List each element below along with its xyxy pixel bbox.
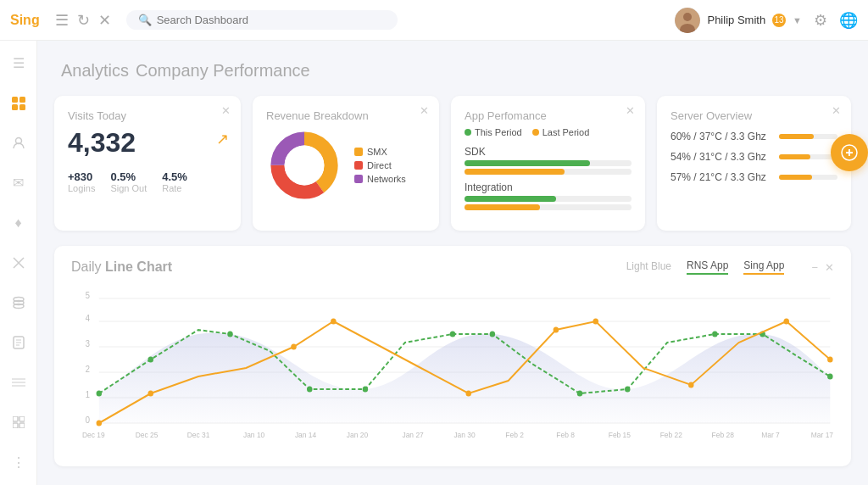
svg-point-59 [331, 319, 337, 325]
svg-text:4: 4 [86, 314, 91, 323]
sidebar-item-send[interactable]: ✉ [5, 170, 32, 195]
stat-signout-label: Sign Out [110, 183, 147, 193]
content-area: AnalyticsCompany Performance Visits Toda… [37, 41, 868, 485]
cards-row: Visits Today ✕ 4,332 ↗ +830 Logins 0.5% … [54, 96, 851, 231]
legend-networks: Networks [354, 174, 406, 184]
search-input[interactable] [157, 14, 386, 26]
ap-leg-last: Last Period [532, 127, 590, 137]
svg-point-58 [291, 344, 297, 350]
svg-point-50 [490, 332, 496, 337]
topbar: Sing ☰ ↻ ✕ 🔍 Philip Smith 13 ▼ ⚙ 🌐 [0, 0, 868, 41]
server-row-2: 57% / 21°C / 3.3 Ghz [670, 171, 837, 183]
bar-integration: Integration [465, 181, 632, 210]
svg-point-49 [450, 332, 456, 337]
svg-rect-21 [19, 416, 25, 421]
sidebar-item-diamond[interactable]: ♦ [5, 210, 32, 235]
svg-text:2: 2 [86, 365, 90, 374]
svg-rect-5 [12, 104, 18, 110]
chart-header: Daily Line Chart Light Blue RNS App Sing… [71, 259, 834, 275]
server-label-2: 57% / 21°C / 3.3 Ghz [670, 171, 772, 183]
stat-rate: 4.5% Rate [162, 170, 187, 193]
server-bar-fill-0 [779, 134, 814, 139]
svg-text:Feb 8: Feb 8 [556, 431, 575, 439]
svg-text:Feb 22: Feb 22 [660, 431, 682, 439]
chart-title: Daily Line Chart [71, 259, 172, 275]
svg-text:Dec 19: Dec 19 [82, 431, 105, 439]
svg-point-60 [465, 391, 471, 397]
server-bar-track-1 [779, 154, 837, 159]
svg-text:Feb 28: Feb 28 [712, 431, 734, 439]
sidebar-item-chart[interactable] [5, 371, 32, 395]
svg-point-62 [593, 319, 598, 325]
sidebar-item-dashboard[interactable] [5, 91, 32, 115]
sidebar: ☰ ✉ ♦ ⋮ [0, 41, 37, 485]
page-title: AnalyticsCompany Performance [54, 56, 851, 82]
close-icon[interactable]: ✕ [98, 11, 111, 30]
server-bar-fill-1 [779, 154, 810, 159]
sidebar-item-grid[interactable] [5, 410, 32, 435]
svg-text:5: 5 [86, 291, 90, 300]
svg-point-48 [363, 387, 369, 393]
sidebar-item-users[interactable] [5, 131, 32, 155]
svg-text:Dec 25: Dec 25 [136, 431, 159, 439]
svg-text:Jan 10: Jan 10 [243, 431, 264, 439]
revenue-title: Revenue Breakdown [266, 109, 426, 122]
svg-point-63 [688, 382, 694, 388]
svg-text:Jan 30: Jan 30 [453, 431, 475, 439]
app-perf-legend: This Period Last Period [465, 127, 632, 137]
svg-text:Dec 31: Dec 31 [187, 431, 210, 439]
revenue-inner: SMX Direct Networks [266, 127, 426, 203]
chart-close-icon[interactable]: ✕ [825, 261, 834, 274]
chart-minimize-icon[interactable]: − [811, 261, 818, 274]
sidebar-item-menu[interactable]: ☰ [5, 51, 32, 75]
server-overview-card: Server Overview ✕ 60% / 37°C / 3.3 Ghz 5… [657, 96, 851, 231]
chart-tab-rnsapp[interactable]: RNS App [687, 259, 728, 275]
sidebar-item-layers[interactable] [5, 291, 32, 315]
app-perf-card: App Perfomance ✕ This Period Last Period… [451, 96, 645, 231]
stat-signout-value: 0.5% [110, 170, 147, 183]
svg-point-47 [307, 387, 313, 393]
server-row-0: 60% / 37°C / 3.3 Ghz [670, 131, 837, 142]
refresh-icon[interactable]: ↻ [77, 11, 90, 30]
server-close[interactable]: ✕ [832, 104, 841, 117]
gear-icon[interactable]: ⚙ [814, 11, 827, 30]
svg-point-12 [14, 304, 24, 309]
legend-direct: Direct [354, 160, 406, 170]
chevron-down-icon[interactable]: ▼ [793, 15, 802, 25]
svg-point-53 [712, 332, 718, 337]
sidebar-item-document[interactable] [5, 331, 32, 355]
stat-rate-value: 4.5% [162, 170, 187, 183]
chart-tab-singapp[interactable]: Sing App [743, 259, 784, 275]
revenue-close[interactable]: ✕ [420, 104, 429, 117]
svg-point-51 [577, 391, 583, 397]
globe-icon[interactable]: 🌐 [839, 11, 858, 30]
svg-text:3: 3 [86, 339, 90, 348]
sidebar-item-more[interactable]: ⋮ [5, 450, 32, 475]
search-bar[interactable]: 🔍 [126, 10, 398, 30]
chart-tab-lightblue[interactable]: Light Blue [626, 260, 671, 274]
svg-text:Feb 2: Feb 2 [505, 431, 524, 439]
chart-actions: − ✕ [811, 261, 834, 274]
brand-logo: Sing [10, 13, 40, 28]
revenue-legend: SMX Direct Networks [354, 147, 406, 184]
chart-tabs: Light Blue RNS App Sing App − ✕ [626, 259, 834, 275]
menu-icon[interactable]: ☰ [55, 11, 69, 30]
svg-point-61 [554, 327, 559, 333]
bar-sdk: SDK [465, 146, 632, 175]
stat-logins: +830 Logins [68, 170, 95, 193]
svg-text:1: 1 [86, 390, 90, 399]
sidebar-item-tools[interactable] [5, 250, 32, 275]
svg-text:Jan 20: Jan 20 [347, 431, 368, 439]
visits-arrow-icon: ↗ [216, 130, 229, 148]
stat-logins-value: +830 [68, 170, 95, 183]
svg-point-46 [227, 332, 233, 337]
svg-text:Mar 7: Mar 7 [761, 431, 780, 439]
svg-rect-20 [13, 416, 18, 421]
app-perf-close[interactable]: ✕ [626, 104, 635, 117]
svg-rect-3 [12, 97, 18, 103]
user-badge: 13 [772, 14, 786, 27]
server-row-1: 54% / 31°C / 3.3 Ghz [670, 151, 837, 163]
visits-close[interactable]: ✕ [221, 104, 231, 117]
fab-button[interactable] [831, 134, 868, 171]
server-rows: 60% / 37°C / 3.3 Ghz 54% / 31°C / 3.3 Gh… [670, 131, 837, 183]
